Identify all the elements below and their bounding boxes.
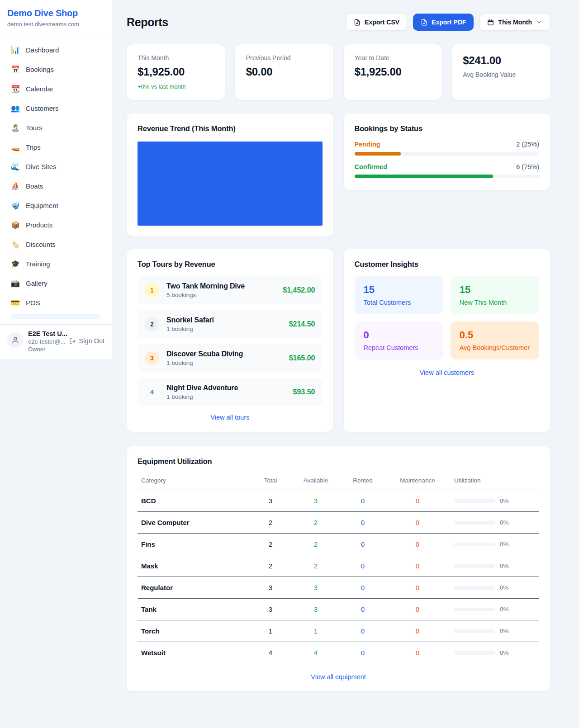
bookings-status-title: Bookings by Status <box>355 124 540 133</box>
cell-category: Dive Computer <box>138 512 251 534</box>
calendar-icon: 📆 <box>11 85 20 93</box>
cell-available: 4 <box>290 642 341 664</box>
tile-label: Avg Bookings/Customer <box>460 344 530 351</box>
sidebar-item-calendar[interactable]: 📆 Calendar <box>5 80 106 97</box>
status-label: Confirmed <box>355 163 388 170</box>
products-icon: 📦 <box>11 222 20 229</box>
cell-total: 1 <box>251 620 290 642</box>
header-actions: Export CSV Export PDF This Month <box>346 14 550 31</box>
tile-label: Total Customers <box>364 299 434 306</box>
stat-value: $1,925.00 <box>355 66 431 78</box>
sidebar-item-pos[interactable]: 💳 POS <box>5 294 106 311</box>
cell-maintenance: 0 <box>384 555 451 577</box>
cell-available: 2 <box>290 512 341 534</box>
cell-available: 3 <box>290 577 341 599</box>
cell-total: 2 <box>251 534 290 555</box>
user-email: e2e-tester@... <box>28 338 65 345</box>
cell-category: Tank <box>138 599 251 620</box>
export-csv-button[interactable]: Export CSV <box>346 14 407 31</box>
sidebar-item-dashboard[interactable]: 📊 Dashboard <box>5 42 106 58</box>
tile-value: 0 <box>364 329 434 341</box>
tile-new-this-month: 15 New This Month <box>451 276 539 314</box>
sidebar-item-trips[interactable]: 🚤 Trips <box>5 139 106 156</box>
tile-total-customers: 15 Total Customers <box>355 276 443 314</box>
page-title: Reports <box>127 16 168 29</box>
export-pdf-label: Export PDF <box>432 19 466 26</box>
sidebar-item-reports-partial[interactable] <box>11 314 101 319</box>
cell-maintenance: 0 <box>384 534 451 555</box>
utilization-percent: 0% <box>500 584 509 591</box>
status-row-pending: Pending 2 (25%) <box>355 141 540 156</box>
tile-value: 0.5 <box>460 329 530 341</box>
tour-name: Snorkel Safari <box>166 316 214 324</box>
cell-rented: 0 <box>341 534 384 555</box>
equipment-icon: 🤿 <box>11 202 20 209</box>
cell-total: 2 <box>251 512 290 534</box>
file-icon <box>354 19 361 26</box>
user-icon <box>11 336 19 344</box>
sidebar-item-training[interactable]: 🎓 Training <box>5 255 106 272</box>
customer-insights-title: Customer Insights <box>355 260 540 269</box>
sidebar-item-discounts[interactable]: 🏷️ Discounts <box>5 236 106 253</box>
view-all-customers-link[interactable]: View all customers <box>355 369 540 376</box>
utilization-bar <box>454 499 495 503</box>
user-role: Owner <box>28 346 65 353</box>
top-tours-title: Top Tours by Revenue <box>138 260 323 269</box>
tour-row: 2 Snorkel Safari 1 booking $214.50 <box>138 310 323 338</box>
cell-category: Fins <box>138 534 251 555</box>
utilization-bar <box>454 608 495 611</box>
view-all-equipment-link[interactable]: View all equipment <box>138 673 539 681</box>
sidebar-item-gallery[interactable]: 📸 Gallery <box>5 275 106 292</box>
cell-category: Regulator <box>138 577 251 599</box>
cell-rented: 0 <box>341 490 384 512</box>
tile-repeat-customers: 0 Repeat Customers <box>355 321 443 359</box>
shop-name: Demo Dive Shop <box>7 8 104 19</box>
sidebar-item-label: POS <box>26 299 40 307</box>
utilization-bar <box>454 629 495 633</box>
sidebar-item-equipment[interactable]: 🤿 Equipment <box>5 197 106 214</box>
revenue-trend-title: Revenue Trend (This Month) <box>138 124 323 133</box>
utilization-percent: 0% <box>500 563 509 569</box>
main-content: Reports Export CSV Export PDF This Month… <box>112 0 579 728</box>
column-header-maintenance: Maintenance <box>384 473 451 490</box>
customers-icon: 👥 <box>11 105 20 112</box>
progress-track <box>355 152 540 156</box>
sidebar-item-bookings[interactable]: 📅 Bookings <box>5 61 106 78</box>
stat-card-this-month: This Month $1,925.00 +0% vs last month <box>127 44 225 100</box>
equipment-utilization-panel: Equipment Utilization Category Total Ava… <box>127 446 550 691</box>
stat-card-avg-booking-value: $241.00 Avg Booking Value <box>452 44 550 100</box>
discounts-icon: 🏷️ <box>11 241 20 248</box>
sidebar-item-products[interactable]: 📦 Products <box>5 217 106 233</box>
equipment-table: Category Total Available Rented Maintena… <box>138 473 539 664</box>
tile-label: Repeat Customers <box>364 344 434 351</box>
stat-delta: +0% vs last month <box>138 83 214 90</box>
sign-out-button[interactable]: Sign Out <box>69 337 104 345</box>
cell-available: 3 <box>290 490 341 512</box>
training-icon: 🎓 <box>11 260 20 268</box>
tour-bookings: 1 booking <box>166 393 238 400</box>
sidebar-item-label: Products <box>26 221 52 229</box>
sidebar-item-dive-sites[interactable]: 🌊 Dive Sites <box>5 158 106 175</box>
sidebar-item-boats[interactable]: ⛵ Boats <box>5 178 106 194</box>
tour-bookings: 5 bookings <box>166 292 245 298</box>
tour-row: 4 Night Dive Adventure 1 booking $93.50 <box>138 378 323 406</box>
utilization-bar <box>454 586 495 590</box>
export-pdf-button[interactable]: Export PDF <box>413 14 474 31</box>
sidebar-item-tours[interactable]: 🏝️ Tours <box>5 119 106 136</box>
sidebar-item-label: Trips <box>26 143 41 151</box>
tour-name: Two Tank Morning Dive <box>166 282 245 290</box>
period-dropdown[interactable]: This Month <box>479 14 550 31</box>
shop-header: Demo Dive Shop demo.test.divestreams.com <box>0 0 112 34</box>
cell-total: 3 <box>251 577 290 599</box>
rank-badge: 1 <box>145 283 159 298</box>
sidebar-item-customers[interactable]: 👥 Customers <box>5 100 106 117</box>
status-label: Pending <box>355 141 380 148</box>
view-all-tours-link[interactable]: View all tours <box>138 414 323 421</box>
utilization-percent: 0% <box>500 541 509 548</box>
progress-track <box>355 175 540 178</box>
file-icon <box>421 19 427 26</box>
column-header-rented: Rented <box>341 473 384 490</box>
tour-row: 1 Two Tank Morning Dive 5 bookings $1,45… <box>138 276 323 304</box>
insights-row: Top Tours by Revenue 1 Two Tank Morning … <box>127 249 550 432</box>
cell-rented: 0 <box>341 512 384 534</box>
